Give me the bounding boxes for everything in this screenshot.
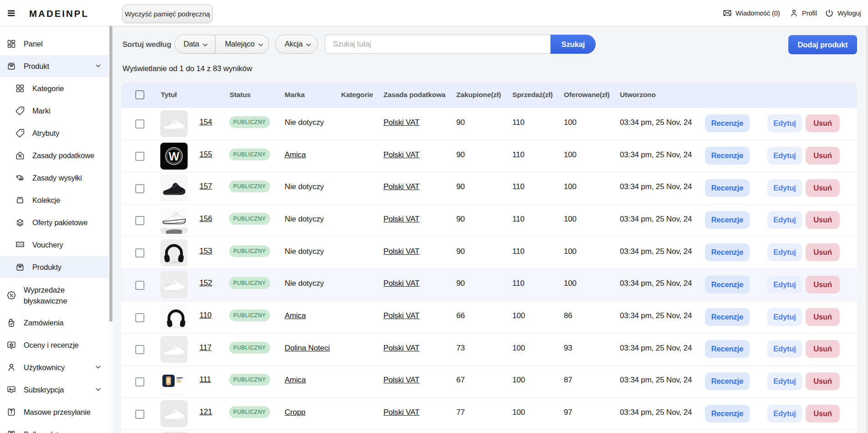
svg-text:W: W <box>168 149 179 162</box>
